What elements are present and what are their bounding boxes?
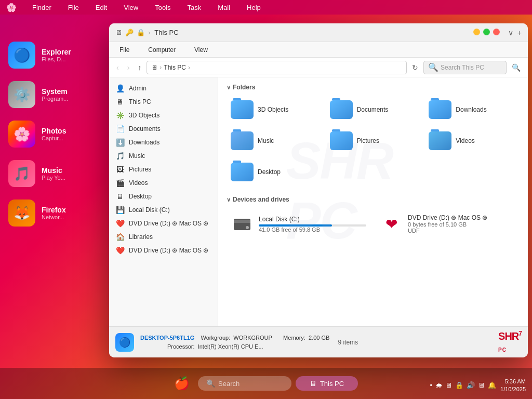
maximize-button[interactable] xyxy=(483,29,490,35)
tray-weather-icon[interactable]: 🌧 xyxy=(435,381,442,389)
menu-edit[interactable]: Edit xyxy=(92,3,110,12)
menu-tools[interactable]: Tools xyxy=(152,3,174,12)
breadcrumb-this-pc[interactable]: This PC xyxy=(164,64,186,71)
nav-local-disk[interactable]: 💾 Local Disk (C:) xyxy=(109,203,218,217)
device-local-disk[interactable]: Local Disk (C:) 41.0 GB free of 59.8 GB xyxy=(227,208,370,240)
back-button[interactable]: ‹ xyxy=(113,61,122,74)
folder-name-desktop: Desktop xyxy=(258,168,281,176)
nav-libraries[interactable]: 🏠 Libraries xyxy=(109,230,218,244)
nav-3d-objects[interactable]: ✳️ 3D Objects xyxy=(109,109,218,122)
folder-name-3d-objects: 3D Objects xyxy=(258,106,288,113)
tray-lock-icon[interactable]: 🔒 xyxy=(455,381,463,389)
tray-display-icon[interactable]: 🖥 xyxy=(478,381,485,389)
videos-nav-icon: 🎬 xyxy=(115,179,125,187)
dock-this-pc-label: This PC xyxy=(320,380,344,388)
menu-file[interactable]: File xyxy=(65,3,82,12)
device-items: Local Disk (C:) 41.0 GB free of 59.8 GB … xyxy=(227,208,520,240)
status-pc-info: DESKTOP-5P6TL1G Workgroup: WORKGROUP Mem… xyxy=(140,334,329,351)
tray-time: 5:36 AM 1/10/2025 xyxy=(500,378,526,393)
app-item-photos[interactable]: 🌸 Photos Captur... xyxy=(4,116,100,152)
dock-search[interactable]: 🔍 Search xyxy=(198,376,291,391)
folder-icon-music xyxy=(231,131,254,150)
dvd2-nav-icon: ❤️ xyxy=(115,246,125,255)
folder-documents[interactable]: Documents xyxy=(326,96,421,123)
local-disk-name: Local Disk (C:) xyxy=(259,216,366,223)
finder-app-desc: Files, D... xyxy=(42,56,71,62)
dvd-heart-icon: ❤ xyxy=(385,216,397,233)
dvd-info: DVD Drive (D:) ⊛ Mac OS ⊛ 0 bytes free o… xyxy=(408,214,515,234)
devices-collapse-icon[interactable]: ∨ xyxy=(227,196,231,203)
forward-button[interactable]: › xyxy=(124,61,133,74)
nav-videos[interactable]: 🎬 Videos xyxy=(109,176,218,190)
documents-nav-icon: 📄 xyxy=(115,125,125,133)
admin-icon: 👤 xyxy=(115,84,125,92)
up-button[interactable]: ↑ xyxy=(135,61,144,74)
add-tab-icon[interactable]: + xyxy=(517,29,522,37)
nav-admin[interactable]: 👤 Admin xyxy=(109,82,218,95)
status-pc-name: DESKTOP-5P6TL1G xyxy=(140,335,194,341)
nav-local-disk-label: Local Disk (C:) xyxy=(129,206,170,214)
close-button[interactable] xyxy=(493,29,500,35)
sidebar-apps: 🔵 Explorer Files, D... ⚙️ System Program… xyxy=(0,31,104,368)
finder-app-icon: 🔵 xyxy=(8,42,35,69)
content-area: 👤 Admin 🖥 This PC ✳️ 3D Objects 📄 Docume… xyxy=(109,77,528,326)
tray-icons: • 🌧 🖥 🔒 🔊 🖥 🔔 xyxy=(430,381,497,389)
app-item-music[interactable]: 🎵 Music Play Yo... xyxy=(4,156,100,191)
nav-pictures[interactable]: 🖼 Pictures xyxy=(109,163,218,176)
app-item-system[interactable]: ⚙️ System Program... xyxy=(4,77,100,112)
status-processor-label: Processor: xyxy=(167,343,195,350)
ribbon-view[interactable]: View xyxy=(190,44,212,56)
menu-task[interactable]: Task xyxy=(184,3,205,12)
tray-monitor-icon[interactable]: 🖥 xyxy=(445,381,452,389)
ribbon-file[interactable]: File xyxy=(115,44,134,56)
menu-mail[interactable]: Mail xyxy=(215,3,233,12)
folder-music[interactable]: Music xyxy=(227,127,322,154)
dock-apple-icon[interactable]: 🍎 xyxy=(174,376,190,391)
search-button[interactable]: 🔍 xyxy=(509,61,524,74)
dock-this-pc[interactable]: 🖥 This PC xyxy=(296,376,358,391)
menu-view[interactable]: View xyxy=(121,3,141,12)
key-icon: 🔑 xyxy=(125,29,134,36)
apple-menu-icon[interactable]: 🌸 xyxy=(6,3,17,12)
minimize-button[interactable] xyxy=(473,29,480,35)
tray-bell-icon[interactable]: 🔔 xyxy=(488,381,496,389)
music-app-name: Music xyxy=(42,166,65,175)
folder-icon-documents xyxy=(330,100,353,119)
search-placeholder: Search This PC xyxy=(441,64,484,71)
nav-desktop[interactable]: 🖥 Desktop xyxy=(109,190,218,203)
folder-downloads[interactable]: Downloads xyxy=(424,96,520,123)
folders-collapse-icon[interactable]: ∨ xyxy=(227,84,231,91)
status-finder-icon: 🔵 xyxy=(115,333,134,352)
device-dvd[interactable]: ❤ DVD Drive (D:) ⊛ Mac OS ⊛ 0 bytes free… xyxy=(376,208,520,240)
status-memory-value: 2.00 GB xyxy=(309,335,329,341)
local-disk-icon xyxy=(231,212,254,235)
search-bar[interactable]: 🔍 Search This PC xyxy=(423,61,507,74)
nav-music[interactable]: 🎵 Music xyxy=(109,149,218,163)
local-disk-info: Local Disk (C:) 41.0 GB free of 59.8 GB xyxy=(259,216,366,233)
nav-this-pc[interactable]: 🖥 This PC xyxy=(109,95,218,109)
firefox-app-desc: Networ... xyxy=(42,214,66,220)
folder-3d-objects[interactable]: 3D Objects xyxy=(227,96,322,123)
app-item-firefox[interactable]: 🦊 Firefox Networ... xyxy=(4,195,100,231)
folder-name-pictures: Pictures xyxy=(357,137,379,144)
menu-finder[interactable]: Finder xyxy=(29,3,55,12)
folder-name-documents: Documents xyxy=(357,106,389,113)
menu-help[interactable]: Help xyxy=(244,3,264,12)
svg-point-2 xyxy=(246,226,249,229)
folder-videos[interactable]: Videos xyxy=(424,127,520,154)
folder-desktop[interactable]: Desktop xyxy=(227,158,322,185)
tray-volume-icon[interactable]: 🔊 xyxy=(467,381,475,389)
ribbon-computer[interactable]: Computer xyxy=(144,44,180,56)
nav-downloads-label: Downloads xyxy=(129,139,159,146)
expand-icon[interactable]: ∨ xyxy=(508,29,513,37)
dock-this-pc-icon: 🖥 xyxy=(310,379,317,388)
monitor-icon: 🖥 xyxy=(115,29,122,36)
nav-dvd-drive[interactable]: ❤️ DVD Drive (D:) ⊛ Mac OS ⊛ xyxy=(109,217,218,230)
refresh-button[interactable]: ↻ xyxy=(409,61,421,74)
app-item-finder[interactable]: 🔵 Explorer Files, D... xyxy=(4,37,100,73)
nav-dvd-drive-2[interactable]: ❤️ DVD Drive (D:) ⊛ Mac OS ⊛ xyxy=(109,244,218,257)
folder-pictures[interactable]: Pictures xyxy=(326,127,421,154)
breadcrumb: 🖥 › This PC › xyxy=(147,61,407,74)
nav-downloads[interactable]: ⬇️ Downloads xyxy=(109,136,218,149)
nav-documents[interactable]: 📄 Documents xyxy=(109,122,218,136)
